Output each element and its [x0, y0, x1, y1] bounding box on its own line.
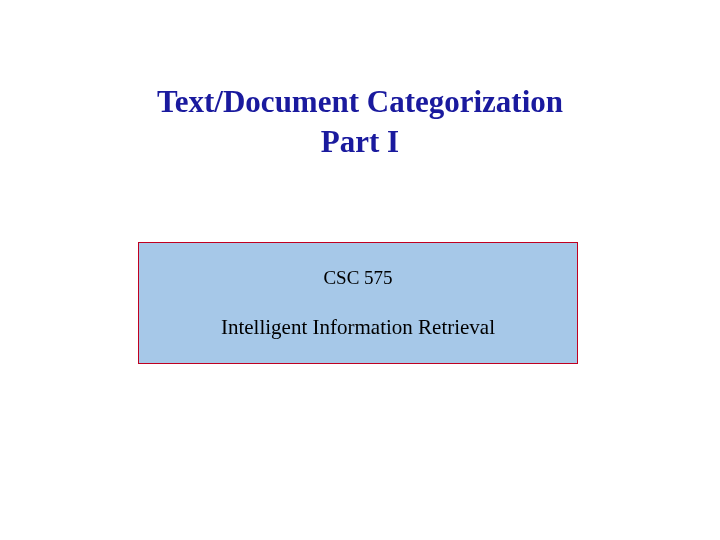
- title-line-2: Part I: [0, 122, 720, 162]
- course-name: Intelligent Information Retrieval: [221, 315, 495, 340]
- course-code: CSC 575: [323, 267, 392, 289]
- title-line-1: Text/Document Categorization: [0, 82, 720, 122]
- slide-title: Text/Document Categorization Part I: [0, 82, 720, 163]
- course-info-box: CSC 575 Intelligent Information Retrieva…: [138, 242, 578, 364]
